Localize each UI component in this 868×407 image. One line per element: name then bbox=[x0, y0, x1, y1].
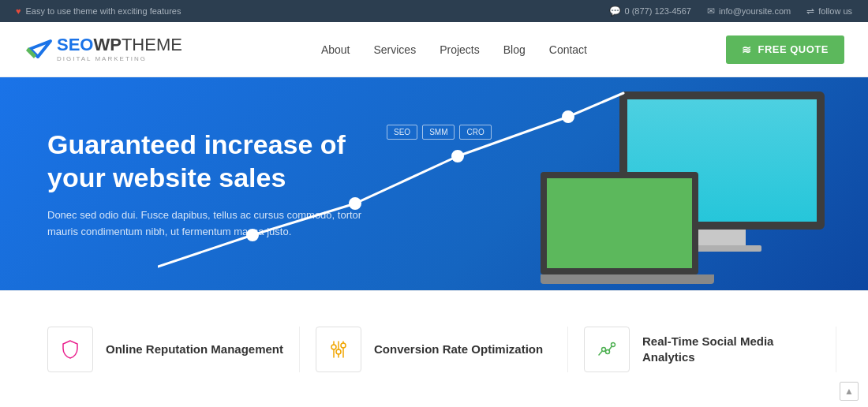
nav-services[interactable]: Services bbox=[373, 43, 416, 56]
svg-point-4 bbox=[452, 151, 463, 162]
tag-smm: SMM bbox=[422, 125, 455, 140]
services-strip: Online Reputation Management Conversion … bbox=[0, 290, 868, 407]
hero-title: Guaranteed increase of your website sale… bbox=[47, 128, 379, 195]
shield-icon bbox=[60, 339, 80, 360]
top-bar-right: 💬 0 (877) 123-4567 ✉ info@yoursite.com ⇌… bbox=[609, 6, 852, 17]
phone-number: 0 (877) 123-4567 bbox=[625, 6, 691, 16]
service-title-reputation: Online Reputation Management bbox=[106, 342, 283, 357]
svg-point-11 bbox=[341, 343, 346, 348]
laptop-screen bbox=[541, 172, 698, 274]
heart-icon: ♥ bbox=[16, 6, 21, 16]
service-item-analytics: Real-Time Social Media Analytics bbox=[568, 327, 836, 372]
scroll-up-indicator[interactable]: ▲ bbox=[840, 382, 859, 401]
nav-projects[interactable]: Projects bbox=[440, 43, 480, 56]
logo: SEOWPTHEME DIGITAL MARKETING bbox=[24, 33, 182, 66]
logo-wp: WP bbox=[93, 35, 121, 54]
phone-item: 💬 0 (877) 123-4567 bbox=[609, 6, 691, 17]
free-quote-button[interactable]: ≋ FREE QUOTE bbox=[726, 35, 844, 64]
sliders-icon bbox=[328, 339, 349, 360]
email-icon: ✉ bbox=[707, 6, 715, 17]
equalizer-icon: ≋ bbox=[742, 43, 752, 56]
email-item: ✉ info@yoursite.com bbox=[707, 6, 791, 17]
service-text-conversion: Conversion Rate Optimization bbox=[374, 342, 543, 357]
tag-cro: CRO bbox=[459, 125, 491, 140]
follow-item: ⇌ follow us bbox=[806, 6, 852, 17]
logo-seo: SEO bbox=[57, 35, 93, 54]
top-bar: ♥ Easy to use theme with exciting featur… bbox=[0, 0, 868, 22]
free-quote-label: FREE QUOTE bbox=[758, 43, 829, 55]
top-bar-left: ♥ Easy to use theme with exciting featur… bbox=[16, 6, 181, 16]
header: SEOWPTHEME DIGITAL MARKETING About Servi… bbox=[0, 22, 868, 77]
svg-point-14 bbox=[612, 342, 615, 346]
service-icon-conversion bbox=[316, 327, 361, 372]
nav-contact[interactable]: Contact bbox=[549, 43, 587, 56]
service-text-reputation: Online Reputation Management bbox=[106, 342, 283, 357]
service-icon-reputation bbox=[47, 327, 93, 372]
logo-icon bbox=[24, 33, 57, 66]
nav-about[interactable]: About bbox=[321, 43, 350, 56]
share-icon: ⇌ bbox=[806, 6, 814, 17]
hero-tags: SEO SMM CRO bbox=[387, 125, 492, 140]
follow-text: follow us bbox=[818, 6, 852, 16]
service-item-conversion: Conversion Rate Optimization bbox=[300, 327, 568, 372]
logo-subtitle: DIGITAL MARKETING bbox=[57, 55, 182, 62]
service-icon-analytics bbox=[584, 327, 630, 372]
service-text-analytics: Real-Time Social Media Analytics bbox=[642, 334, 820, 364]
service-item-reputation: Online Reputation Management bbox=[32, 327, 300, 372]
email-address: info@yoursite.com bbox=[719, 6, 791, 16]
main-nav: About Services Projects Blog Contact bbox=[321, 43, 587, 56]
service-title-analytics: Real-Time Social Media Analytics bbox=[642, 334, 820, 364]
tag-seo: SEO bbox=[387, 125, 417, 140]
chevron-up-icon: ▲ bbox=[844, 386, 854, 397]
svg-point-5 bbox=[563, 111, 574, 122]
chart-line-icon bbox=[597, 339, 617, 360]
service-title-conversion: Conversion Rate Optimization bbox=[374, 342, 543, 357]
laptop-base bbox=[541, 274, 714, 284]
hero-description: Donec sed odio dui. Fusce dapibus, tellu… bbox=[47, 207, 379, 241]
nav-blog[interactable]: Blog bbox=[503, 43, 526, 56]
svg-point-9 bbox=[331, 345, 336, 349]
svg-point-12 bbox=[602, 347, 606, 351]
laptop-illustration bbox=[541, 172, 714, 284]
logo-text: SEOWPTHEME DIGITAL MARKETING bbox=[57, 36, 182, 62]
logo-theme: THEME bbox=[122, 35, 182, 54]
svg-point-13 bbox=[606, 349, 610, 353]
hero-section: Guaranteed increase of your website sale… bbox=[0, 77, 868, 290]
comment-icon: 💬 bbox=[609, 6, 621, 17]
hero-content: Guaranteed increase of your website sale… bbox=[47, 128, 379, 241]
svg-point-10 bbox=[336, 349, 341, 354]
tagline: Easy to use theme with exciting features bbox=[26, 6, 181, 16]
